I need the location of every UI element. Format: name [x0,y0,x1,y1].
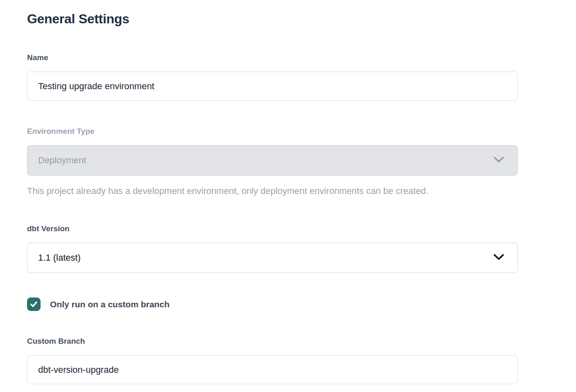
page-title: General Settings [27,11,518,27]
field-environment-type: Environment Type Deployment This project… [27,126,518,197]
chevron-down-icon [493,155,504,166]
general-settings-page: General Settings Name Environment Type D… [0,0,576,392]
environment-type-value: Deployment [38,155,86,166]
check-icon [29,300,38,309]
dbt-version-select[interactable]: 1.1 (latest) [27,243,518,273]
name-label: Name [27,53,518,62]
field-dbt-version: dbt Version 1.1 (latest) [27,224,518,273]
custom-branch-label: Custom Branch [27,336,518,346]
environment-type-helper: This project already has a development e… [27,185,518,197]
name-input[interactable] [27,72,518,101]
dbt-version-value: 1.1 (latest) [38,252,81,263]
field-custom-branch: Custom Branch [27,336,518,384]
custom-branch-checkbox-label[interactable]: Only run on a custom branch [50,300,170,309]
custom-branch-checkbox-row: Only run on a custom branch [27,297,518,311]
dbt-version-label: dbt Version [27,224,518,233]
chevron-down-icon [493,252,504,263]
field-name: Name [27,53,518,101]
general-settings-panel: General Settings Name Environment Type D… [0,0,518,384]
environment-type-label: Environment Type [27,126,518,136]
environment-type-select: Deployment [27,145,518,176]
custom-branch-input[interactable] [27,355,518,384]
custom-branch-checkbox[interactable] [27,297,41,311]
